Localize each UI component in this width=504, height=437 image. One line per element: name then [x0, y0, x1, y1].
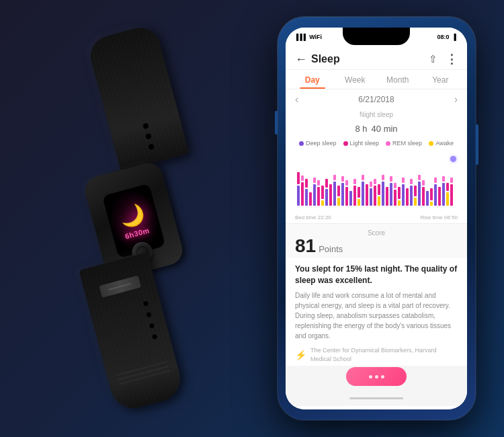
svg-rect-33	[370, 182, 372, 187]
phone-screen: ▌▌▌ WiFi 08:0 ▐ ← Sleep ⇧	[286, 28, 467, 409]
pill-dot-3	[381, 375, 384, 379]
battery-icon: ▐	[452, 34, 456, 40]
tab-day[interactable]: Day	[291, 70, 334, 89]
band-wrapper: 🌙 6h30m	[30, 30, 245, 407]
svg-rect-7	[313, 184, 316, 206]
home-bar	[286, 390, 467, 406]
awake-dot	[429, 141, 433, 146]
svg-rect-25	[353, 186, 356, 206]
svg-rect-29	[362, 182, 364, 206]
score-section: Score 81 Points	[286, 223, 467, 258]
pink-action-button[interactable]	[346, 367, 407, 386]
svg-rect-63	[438, 187, 441, 206]
svg-rect-39	[382, 175, 384, 180]
svg-rect-52	[414, 198, 417, 206]
svg-rect-22	[345, 187, 348, 206]
svg-rect-56	[422, 187, 425, 206]
svg-rect-34	[374, 186, 376, 206]
svg-rect-58	[426, 191, 429, 206]
svg-rect-23	[345, 180, 348, 186]
svg-rect-35	[374, 179, 376, 184]
svg-rect-60	[430, 188, 433, 200]
svg-rect-55	[418, 175, 421, 180]
light-sleep-label: Light sleep	[350, 140, 380, 147]
svg-rect-28	[358, 187, 360, 198]
svg-rect-9	[317, 187, 320, 206]
score-unit: Points	[319, 244, 343, 254]
awake-label: Awake	[435, 140, 454, 147]
bed-time-label: Bed time 22:20	[295, 214, 331, 221]
svg-rect-36	[378, 196, 380, 206]
svg-rect-2	[301, 182, 304, 206]
sleep-label: Night sleep	[286, 111, 467, 118]
svg-rect-67	[446, 183, 449, 191]
phone-volume-button	[275, 111, 278, 134]
svg-rect-13	[325, 189, 328, 206]
description-body: Daily life and work consume a lot of men…	[295, 290, 458, 341]
svg-rect-21	[341, 176, 344, 182]
source-line1: The Center for Dynamical Biomarkers, Har…	[310, 346, 437, 355]
svg-rect-48	[402, 177, 405, 183]
description-section: You slept for 15% last night. The qualit…	[286, 258, 467, 344]
deep-sleep-label: Deep sleep	[306, 140, 337, 147]
svg-rect-68	[450, 184, 453, 206]
svg-rect-62	[434, 177, 437, 183]
tab-month[interactable]: Month	[376, 70, 419, 89]
svg-rect-8	[313, 177, 316, 183]
tab-year[interactable]: Year	[419, 70, 462, 89]
sleep-chart-svg	[292, 152, 460, 211]
phone-notch	[343, 28, 410, 45]
legend-deep-sleep: Deep sleep	[299, 140, 337, 147]
date-nav: ‹ 6/21/2018 ›	[286, 89, 467, 110]
phone-section: ▌▌▌ WiFi 08:0 ▐ ← Sleep ⇧	[262, 10, 491, 427]
legend-light-sleep: Light sleep	[343, 140, 380, 147]
tab-bar: Day Week Month Year	[286, 70, 467, 89]
svg-rect-66	[446, 192, 449, 206]
svg-rect-37	[378, 184, 380, 195]
svg-rect-15	[329, 184, 332, 206]
svg-rect-61	[434, 184, 437, 206]
svg-rect-1	[297, 172, 300, 184]
svg-rect-26	[353, 179, 356, 184]
svg-rect-24	[349, 191, 352, 206]
svg-rect-38	[382, 182, 384, 206]
score-label: Score	[295, 229, 458, 237]
svg-rect-45	[398, 200, 401, 206]
svg-rect-20	[341, 183, 344, 206]
prev-date-button[interactable]: ‹	[295, 93, 298, 106]
svg-rect-46	[398, 187, 401, 199]
svg-rect-32	[370, 188, 372, 206]
rem-sleep-dot	[386, 141, 390, 146]
sleep-chart: Bed time 22:20 Rise time 06:50	[286, 149, 467, 223]
svg-rect-27	[358, 199, 360, 206]
description-main: You slept for 15% last night. The qualit…	[295, 264, 458, 286]
svg-rect-69	[450, 177, 453, 183]
svg-rect-18	[337, 198, 340, 206]
svg-rect-57	[422, 180, 425, 186]
deep-sleep-dot	[299, 141, 304, 146]
svg-rect-43	[394, 190, 396, 206]
wifi-icon: WiFi	[309, 34, 322, 40]
tab-week[interactable]: Week	[334, 70, 377, 89]
band-section: 🌙 6h30m	[13, 0, 262, 437]
next-date-button[interactable]: ›	[454, 93, 458, 106]
app-content: ← Sleep ⇧ ⋮ Day Week Month Year	[286, 46, 467, 409]
current-date: 6/21/2018	[358, 95, 394, 104]
share-icon[interactable]: ⇧	[429, 53, 437, 65]
svg-rect-50	[410, 186, 413, 206]
sleep-summary: Night sleep 8 h 40 min	[286, 110, 467, 138]
app-header: ← Sleep ⇧ ⋮	[286, 46, 467, 70]
legend-rem-sleep: REM sleep	[386, 140, 422, 147]
svg-rect-0	[297, 186, 300, 206]
back-button[interactable]: ←	[295, 53, 307, 65]
more-options-icon[interactable]: ⋮	[446, 52, 458, 67]
svg-rect-5	[305, 179, 308, 188]
svg-rect-19	[337, 186, 340, 196]
svg-rect-14	[325, 179, 328, 188]
svg-rect-3	[301, 175, 304, 181]
svg-rect-11	[321, 200, 324, 206]
score-value: 81	[295, 237, 316, 255]
svg-rect-54	[418, 182, 421, 206]
rise-time-label: Rise time 06:50	[420, 214, 458, 221]
svg-rect-65	[442, 176, 445, 182]
